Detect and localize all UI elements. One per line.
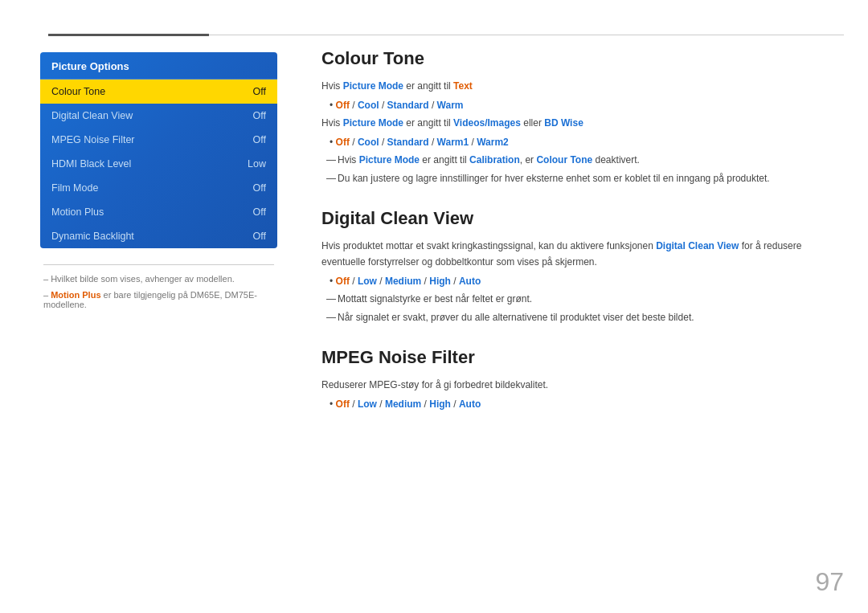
menu-item-digital-clean-view[interactable]: Digital Clean View Off bbox=[40, 104, 277, 128]
colour-tone-para1: Hvis Picture Mode er angitt til Text bbox=[321, 79, 836, 94]
dcv-para1: Hvis produktet mottar et svakt kringkast… bbox=[321, 239, 836, 269]
section-digital-clean-view: Digital Clean View Hvis produktet mottar… bbox=[321, 208, 836, 324]
colour-tone-para2: Hvis Picture Mode er angitt til Videos/I… bbox=[321, 116, 836, 131]
bullet-item: Off / Cool / Standard / Warm bbox=[330, 98, 836, 112]
picture-options-box: Picture Options Colour Tone Off Digital … bbox=[40, 52, 277, 248]
menu-item-film-mode[interactable]: Film Mode Off bbox=[40, 176, 277, 200]
top-line-light bbox=[209, 35, 844, 35]
colour-tone-bullets2: Off / Cool / Standard / Warm1 / Warm2 bbox=[330, 135, 836, 149]
left-notes: – Hvilket bilde som vises, avhenger av m… bbox=[40, 264, 277, 309]
section-body-mpeg-noise-filter: Reduserer MPEG-støy for å gi forbedret b… bbox=[321, 378, 836, 411]
page-number: 97 bbox=[815, 567, 844, 597]
section-mpeg-noise-filter: MPEG Noise Filter Reduserer MPEG-støy fo… bbox=[321, 347, 836, 411]
note-text-2: – Motion Plus er bare tilgjengelig på DM… bbox=[43, 290, 274, 309]
top-line-dark bbox=[48, 34, 209, 36]
menu-item-motion-plus[interactable]: Motion Plus Off bbox=[40, 200, 277, 224]
section-body-digital-clean-view: Hvis produktet mottar et svakt kringkast… bbox=[321, 239, 836, 324]
bullet-item: Off / Low / Medium / High / Auto bbox=[330, 397, 836, 411]
colour-tone-dash1: Hvis Picture Mode er angitt til Calibrat… bbox=[326, 153, 836, 167]
section-title-digital-clean-view: Digital Clean View bbox=[321, 208, 836, 229]
section-body-colour-tone: Hvis Picture Mode er angitt til Text Off… bbox=[321, 79, 836, 186]
note-text-1: – Hvilket bilde som vises, avhenger av m… bbox=[43, 273, 274, 285]
mpeg-para1: Reduserer MPEG-støy for å gi forbedret b… bbox=[321, 378, 836, 393]
dcv-dash1: Mottatt signalstyrke er best når feltet … bbox=[326, 292, 836, 306]
dcv-dash2: Når signalet er svakt, prøver du alle al… bbox=[326, 310, 836, 325]
picture-options-title: Picture Options bbox=[40, 52, 277, 80]
menu-item-colour-tone[interactable]: Colour Tone Off bbox=[40, 80, 277, 104]
colour-tone-dash2: Du kan justere og lagre innstillinger fo… bbox=[326, 171, 836, 186]
dcv-bullets1: Off / Low / Medium / High / Auto bbox=[330, 274, 836, 288]
colour-tone-bullets1: Off / Cool / Standard / Warm bbox=[330, 98, 836, 112]
bullet-item: Off / Low / Medium / High / Auto bbox=[330, 274, 836, 288]
menu-item-dynamic-backlight[interactable]: Dynamic Backlight Off bbox=[40, 224, 277, 248]
section-title-colour-tone: Colour Tone bbox=[321, 48, 836, 69]
top-decoration bbox=[0, 34, 868, 35]
section-title-mpeg-noise-filter: MPEG Noise Filter bbox=[321, 347, 836, 368]
menu-item-mpeg-noise-filter[interactable]: MPEG Noise Filter Off bbox=[40, 128, 277, 152]
note-divider bbox=[43, 264, 274, 265]
section-colour-tone: Colour Tone Hvis Picture Mode er angitt … bbox=[321, 48, 836, 186]
menu-item-hdmi-black-level[interactable]: HDMI Black Level Low bbox=[40, 152, 277, 176]
mpeg-bullets1: Off / Low / Medium / High / Auto bbox=[330, 397, 836, 411]
left-panel: Picture Options Colour Tone Off Digital … bbox=[40, 52, 277, 313]
right-content: Colour Tone Hvis Picture Mode er angitt … bbox=[321, 48, 836, 434]
bullet-item: Off / Cool / Standard / Warm1 / Warm2 bbox=[330, 135, 836, 149]
